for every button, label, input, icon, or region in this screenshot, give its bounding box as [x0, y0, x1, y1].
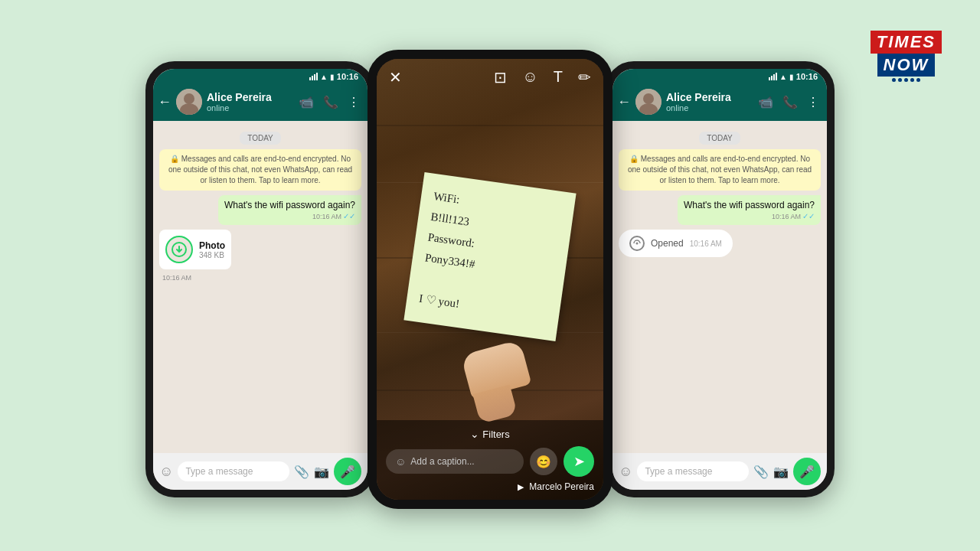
left-mic-button[interactable]: 🎤: [334, 458, 361, 485]
right-contact-status: online: [666, 103, 753, 112]
right-header: ← Alice Pereira online 📹 📞 ⋮: [612, 83, 827, 121]
left-phone: ▲ ▮ 10:16 ← Alice Pereira online: [145, 61, 375, 497]
photo-editor-bottom: ⌄ Filters ☺ Add a caption... 😊 ➤: [377, 420, 603, 500]
right-opened-msg: Opened 10:16 AM: [619, 230, 821, 257]
logo-decoration: [892, 78, 920, 82]
left-contact-name: Alice Pereira: [207, 91, 294, 103]
right-input-box[interactable]: Type a message: [637, 461, 749, 481]
photo-editor: ✕ ⊡ ☺ T ✏: [377, 59, 603, 500]
svg-point-7: [636, 243, 639, 245]
left-back-arrow[interactable]: ←: [158, 94, 172, 110]
right-back-arrow[interactable]: ←: [617, 94, 631, 110]
opened-icon: [629, 236, 645, 251]
left-attach-icon[interactable]: 📎: [294, 465, 309, 479]
left-header-icons: 📹 📞 ⋮: [299, 95, 360, 109]
left-input-box[interactable]: Type a message: [178, 461, 289, 481]
sticker-icon[interactable]: 😊: [530, 448, 557, 475]
right-status-icons: ▲ ▮ 10:16: [769, 72, 818, 81]
left-encryption-text: Messages and calls are end-to-end encryp…: [168, 155, 352, 184]
close-icon[interactable]: ✕: [389, 68, 402, 86]
left-camera-icon[interactable]: 📷: [314, 465, 329, 479]
left-time: 10:16: [337, 72, 358, 81]
right-signal-bars: [769, 73, 777, 80]
right-sent-time: 10:16 AM ✓✓: [684, 212, 815, 220]
left-status-bar: ▲ ▮ 10:16: [153, 69, 368, 83]
right-mic-button[interactable]: 🎤: [793, 458, 821, 485]
phones-container: ▲ ▮ 10:16 ← Alice Pereira online: [0, 0, 980, 551]
battery-icon-right: ▮: [789, 73, 794, 81]
left-input-bar: ☺ Type a message 📎 📷 🎤: [153, 453, 368, 490]
filters-label: ⌄ Filters: [386, 428, 594, 440]
right-status-bar: ▲ ▮ 10:16: [612, 69, 827, 83]
times-text: TIMES: [871, 31, 942, 54]
left-phone-icon[interactable]: 📞: [323, 95, 338, 109]
caption-emoji: ☺: [395, 455, 406, 468]
photo-editor-top-bar: ✕ ⊡ ☺ T ✏: [377, 59, 603, 96]
right-contact-name: Alice Pereira: [666, 91, 753, 103]
signal-bars: [309, 73, 318, 80]
crop-icon[interactable]: ⊡: [494, 68, 507, 86]
right-wifi-icon: ▲: [779, 73, 787, 81]
photo-download-icon: [165, 236, 193, 263]
left-sent-time: 10:16 AM ✓✓: [224, 212, 355, 220]
left-sent-bubble: What's the wifi password again? 10:16 AM…: [218, 195, 361, 225]
opened-label: Opened: [651, 238, 684, 249]
sticky-note-text: WiFi: B!ll!123 Password: Pony334!# I ♡ y…: [418, 186, 563, 327]
photo-size: 348 KB: [199, 251, 225, 259]
svg-point-1: [184, 93, 194, 104]
left-photo-time: 10:16 AM: [159, 274, 361, 282]
right-video-icon[interactable]: 📹: [758, 95, 773, 109]
send-button[interactable]: ➤: [564, 446, 594, 477]
right-sent-bubble: What's the wifi password again? 10:16 AM…: [678, 195, 821, 225]
right-camera-icon[interactable]: 📷: [773, 465, 789, 479]
right-time: 10:16: [796, 72, 818, 81]
caption-placeholder: Add a caption...: [410, 456, 474, 467]
svg-point-5: [643, 93, 654, 104]
left-menu-icon[interactable]: ⋮: [348, 95, 360, 109]
caption-input[interactable]: ☺ Add a caption...: [386, 449, 524, 474]
left-video-icon[interactable]: 📹: [299, 95, 314, 109]
center-phone: ✕ ⊡ ☺ T ✏: [368, 50, 612, 509]
right-menu-icon[interactable]: ⋮: [807, 95, 819, 109]
caption-bar: ☺ Add a caption... 😊 ➤: [386, 446, 594, 477]
editor-tools: ⊡ ☺ T ✏: [494, 68, 591, 86]
left-photo-bubble[interactable]: Photo 348 KB: [159, 230, 231, 269]
photo-info: Photo 348 KB: [199, 240, 225, 259]
right-chat-area: TODAY 🔒 Messages and calls are end-to-en…: [612, 121, 827, 453]
emoji-icon[interactable]: ☺: [522, 68, 537, 86]
recipient-bar: ▶ Marcelo Pereira: [386, 481, 594, 492]
left-sent-msg: What's the wifi password again? 10:16 AM…: [159, 195, 361, 225]
left-sent-text: What's the wifi password again?: [224, 200, 355, 210]
right-opened-bubble: Opened 10:16 AM: [619, 230, 733, 257]
recipient-name: Marcelo Pereira: [529, 481, 594, 492]
sticky-note: WiFi: B!ll!123 Password: Pony334!# I ♡ y…: [403, 172, 576, 341]
right-encryption-notice: 🔒 Messages and calls are end-to-end encr…: [619, 149, 821, 191]
right-contact-info: Alice Pereira online: [666, 91, 753, 112]
left-status-icons: ▲ ▮ 10:16: [309, 72, 358, 81]
battery-icon-left: ▮: [330, 73, 335, 81]
left-encryption-notice: 🔒 Messages and calls are end-to-end encr…: [159, 149, 361, 191]
text-icon[interactable]: T: [554, 68, 563, 86]
wifi-icon: ▲: [320, 73, 328, 81]
left-input-placeholder: Type a message: [185, 466, 253, 477]
right-avatar: [635, 89, 662, 115]
opened-time: 10:16 AM: [690, 240, 722, 248]
photo-label: Photo: [199, 240, 225, 251]
left-contact-info: Alice Pereira online: [207, 91, 294, 112]
now-text: NOW: [877, 54, 936, 77]
left-today-label: TODAY: [159, 130, 361, 145]
right-header-icons: 📹 📞 ⋮: [758, 95, 819, 109]
times-now-logo: TIMES NOW: [871, 31, 942, 82]
right-sent-msg: What's the wifi password again? 10:16 AM…: [619, 195, 821, 225]
left-header: ← Alice Pereira online 📹 📞 ⋮: [153, 83, 368, 121]
right-today-label: TODAY: [619, 130, 821, 145]
send-icon: ➤: [573, 453, 585, 470]
right-phone: ▲ ▮ 10:16 ← Alice Pereira online: [605, 61, 835, 497]
draw-icon[interactable]: ✏: [578, 68, 591, 86]
right-input-bar: ☺ Type a message 📎 📷 🎤: [612, 453, 827, 490]
right-phone-icon[interactable]: 📞: [782, 95, 798, 109]
right-input-placeholder: Type a message: [645, 466, 712, 477]
right-attach-icon[interactable]: 📎: [753, 465, 769, 479]
right-emoji-icon[interactable]: ☺: [619, 464, 632, 480]
left-emoji-icon[interactable]: ☺: [159, 464, 173, 480]
